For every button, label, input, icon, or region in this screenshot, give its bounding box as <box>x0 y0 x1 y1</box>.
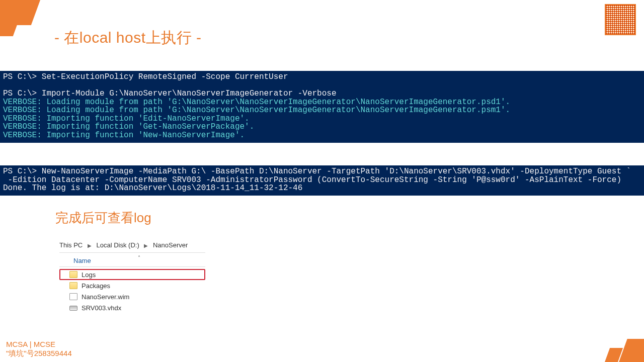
ps-line: -Edition Datacenter -ComputerName SRV003… <box>3 175 621 185</box>
item-label: SRV003.vhdx <box>82 304 121 312</box>
ps-verbose-line: VERBOSE: Importing function 'Edit-NanoSe… <box>3 114 250 123</box>
item-label: Logs <box>82 271 96 279</box>
ps-line: PS C:\> Set-ExecutionPolicy RemoteSigned… <box>3 72 288 81</box>
chevron-right-icon: ▶ <box>88 243 92 248</box>
ps-verbose-line: VERBOSE: Importing function 'Get-NanoSer… <box>3 122 254 131</box>
breadcrumb-item[interactable]: Local Disk (D:) <box>96 241 139 249</box>
ps-verbose-line: VERBOSE: Loading module from path 'G:\Na… <box>3 106 510 115</box>
column-header-name[interactable]: Name ˄ <box>59 253 205 267</box>
item-label: NanoServer.wim <box>82 293 129 301</box>
powershell-block-1: PS C:\> Set-ExecutionPolicy RemoteSigned… <box>0 71 644 143</box>
breadcrumb: This PC ▶ Local Disk (D:) ▶ NanoServer <box>59 241 205 253</box>
chevron-right-icon: ▶ <box>144 243 148 248</box>
sort-indicator-icon: ˄ <box>138 255 140 260</box>
item-label: Packages <box>82 282 110 290</box>
powershell-block-2: PS C:\> New-NanoServerImage -MediaPath G… <box>0 165 644 196</box>
folder-icon <box>69 271 77 278</box>
breadcrumb-item[interactable]: This PC <box>59 241 83 249</box>
subtitle: 完成后可查看log <box>55 209 151 227</box>
folder-icon <box>69 282 77 289</box>
qr-code <box>605 4 636 35</box>
list-item[interactable]: NanoServer.wim <box>59 291 205 302</box>
ps-line: PS C:\> Import-Module G:\NanoServer\Nano… <box>3 89 337 98</box>
ps-verbose-line: VERBOSE: Loading module from path 'G:\Na… <box>3 98 510 107</box>
ps-verbose-line: VERBOSE: Importing function 'New-NanoSer… <box>3 131 245 140</box>
ps-line: PS C:\> New-NanoServerImage -MediaPath G… <box>3 167 631 176</box>
footer: MCSA | MCSE "填坑"号258359444 <box>6 340 72 358</box>
footer-line: MCSA | MCSE <box>6 340 72 349</box>
breadcrumb-item[interactable]: NanoServer <box>153 241 188 249</box>
file-icon <box>69 293 77 300</box>
footer-line: "填坑"号258359444 <box>6 349 72 358</box>
disk-icon <box>69 306 77 311</box>
list-item[interactable]: SRV003.vhdx <box>59 302 205 313</box>
file-explorer: This PC ▶ Local Disk (D:) ▶ NanoServer N… <box>59 241 205 313</box>
list-item[interactable]: Logs <box>59 269 205 280</box>
column-header-label: Name <box>73 257 91 264</box>
slide-title: - 在local host上执行 - <box>54 28 201 48</box>
ps-line: Done. The log is at: D:\NanoServer\Logs\… <box>3 184 302 193</box>
corner-decoration <box>619 339 644 362</box>
list-item[interactable]: Packages <box>59 280 205 291</box>
